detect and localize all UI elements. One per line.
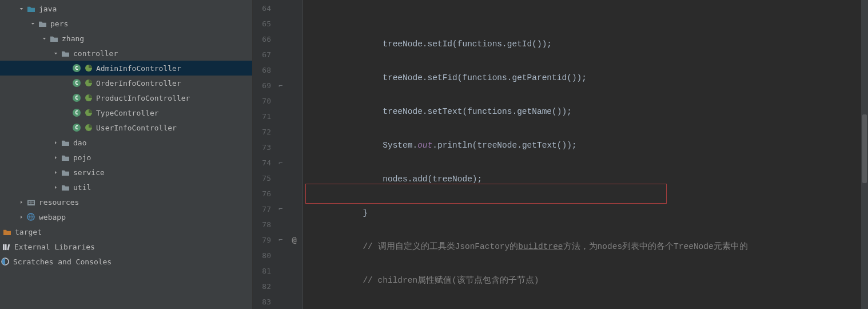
pie-icon	[85, 124, 93, 132]
code-line: // 调用自定义的工具类JsonFactory的buildtree方法，为nod…	[303, 239, 861, 255]
tree-folder-dao[interactable]: dao	[0, 135, 252, 150]
code-line: // children属性赋值(该节点包含的子节点)	[303, 273, 861, 288]
tree-folder-pers[interactable]: pers	[0, 16, 252, 31]
tree-folder-pojo[interactable]: pojo	[0, 150, 252, 165]
resources-icon	[26, 197, 35, 207]
folder-icon	[61, 49, 70, 58]
scratches-icon	[1, 257, 10, 266]
tree-folder-service[interactable]: service	[0, 165, 252, 180]
svg-rect-7	[31, 201, 34, 202]
svg-rect-14	[7, 244, 10, 250]
tree-folder-util[interactable]: util	[0, 180, 252, 195]
tree-file-admin[interactable]: C AdminInfoController	[0, 61, 252, 76]
tree-file-user[interactable]: C UserInfoController	[0, 120, 252, 135]
fold-end-icon[interactable]: ⌐	[278, 205, 284, 211]
tree-file-type[interactable]: C TypeController	[0, 105, 252, 120]
folder-icon	[61, 153, 70, 162]
scrollbar-vertical[interactable]	[861, 0, 868, 309]
code-line: }	[303, 205, 861, 221]
tree-external-libraries[interactable]: External Libraries	[0, 239, 252, 254]
code-line: List<TreeNode> treeNodes = JsonFactory.b…	[303, 307, 861, 309]
tree-folder-zhang[interactable]: zhang	[0, 31, 252, 46]
folder-icon	[26, 4, 35, 13]
svg-rect-9	[31, 203, 34, 204]
folder-icon	[2, 227, 11, 236]
chevron-down-icon	[41, 35, 47, 41]
code-area[interactable]: treeNode.setId(functions.getId()); treeN…	[303, 0, 861, 309]
fold-start-icon[interactable]: ⌐	[278, 236, 284, 241]
chevron-right-icon	[53, 140, 58, 145]
tree-file-order[interactable]: C OrderInfoController	[0, 76, 252, 90]
project-tree-sidebar[interactable]: java pers zhang controller C AdminInfoCo…	[0, 0, 253, 309]
editor-pane[interactable]: 64 65 66 67 68 69 70 71 72 73 74 75 76 7…	[253, 0, 868, 309]
fold-end-icon[interactable]: ⌐	[278, 159, 284, 165]
scroll-thumb[interactable]	[862, 114, 867, 183]
chevron-down-icon	[53, 50, 58, 56]
chevron-right-icon	[18, 199, 24, 205]
class-icon: C	[72, 108, 81, 117]
libraries-icon	[0, 242, 1, 251]
svg-rect-13	[5, 244, 6, 249]
chevron-right-icon	[53, 169, 58, 175]
chevron-right-icon	[53, 154, 58, 160]
folder-icon	[38, 19, 47, 28]
tree-folder-webapp[interactable]: webapp	[0, 209, 252, 224]
svg-rect-12	[3, 244, 5, 249]
tree-file-product[interactable]: C ProductInfoController	[0, 90, 252, 105]
gutter-at-icon[interactable]: @	[292, 235, 297, 244]
folder-icon	[61, 183, 70, 192]
svg-rect-8	[28, 203, 30, 204]
chevron-right-icon	[18, 214, 24, 220]
svg-rect-6	[28, 201, 30, 202]
class-icon: C	[72, 78, 81, 88]
pie-icon	[85, 94, 93, 102]
chevron-down-icon	[18, 6, 24, 11]
code-line: nodes.add(treeNode);	[303, 172, 861, 187]
class-icon: C	[72, 64, 81, 73]
fold-end-icon[interactable]: ⌐	[278, 82, 284, 88]
tree-scratches[interactable]: Scratches and Consoles	[0, 254, 252, 269]
line-gutter: 64 65 66 67 68 69 70 71 72 73 74 75 76 7…	[253, 0, 274, 309]
libraries-icon	[2, 242, 11, 251]
code-line: treeNode.setText(functions.getName());	[303, 104, 861, 120]
class-icon: C	[72, 123, 81, 132]
pie-icon	[85, 109, 93, 117]
code-line: treeNode.setFid(functions.getParentid())…	[303, 70, 861, 86]
tree-folder-java[interactable]: java	[0, 1, 252, 16]
chevron-down-icon	[30, 21, 35, 26]
tree-folder-controller[interactable]: controller	[0, 46, 252, 61]
folder-icon	[61, 138, 70, 147]
folder-icon	[61, 168, 70, 177]
pie-icon	[85, 79, 93, 87]
webapp-icon	[26, 212, 35, 221]
code-line: System.out.println(treeNode.getText());	[303, 138, 861, 153]
class-icon: C	[72, 93, 81, 102]
code-line: treeNode.setId(functions.getId());	[303, 37, 861, 52]
chevron-right-icon	[53, 184, 58, 190]
folder-icon	[49, 34, 58, 43]
tree-folder-resources[interactable]: resources	[0, 195, 252, 209]
fold-column[interactable]: ⌐ ⌐ ⌐ @ ⌐	[274, 0, 303, 309]
pie-icon	[85, 64, 93, 72]
tree-folder-target[interactable]: target	[0, 224, 252, 239]
